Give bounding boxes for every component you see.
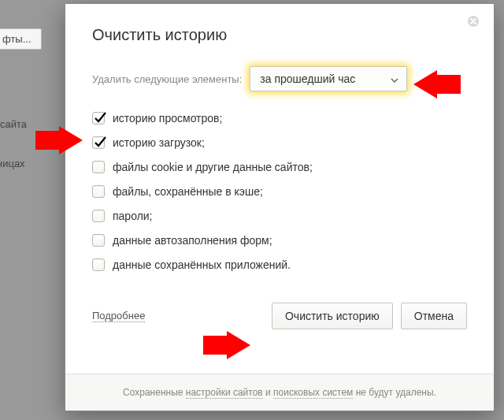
footer-text: Сохраненные [123,387,186,398]
checkbox-row[interactable]: пароли; [92,210,467,222]
footer-link-search-engines[interactable]: поисковых систем [273,387,353,399]
footer-text: не будут удалены. [353,387,436,398]
bg-text: ницах [0,158,25,169]
checkbox-list: историю просмотров;историю загрузок;файл… [92,112,467,271]
checkbox-label: историю просмотров; [113,112,222,125]
checkbox-row[interactable]: файлы cookie и другие данные сайтов; [92,161,467,173]
checkbox-row[interactable]: историю загрузок; [92,136,467,149]
checkbox[interactable] [92,258,105,271]
more-link[interactable]: Подробнее [92,310,145,322]
cancel-button[interactable]: Отмена [401,303,467,329]
time-range-label: Удалить следующие элементы: [92,73,242,85]
checkbox-row[interactable]: файлы, сохранённые в кэше; [92,185,467,198]
checkbox[interactable] [92,112,105,125]
checkbox-label: файлы, сохранённые в кэше; [113,185,263,198]
time-range-value: за прошедший час [260,72,355,85]
footer-text: и [263,387,273,398]
dialog-actions: Подробнее Очистить историю Отмена [92,303,467,329]
checkbox-label: данные сохранённых приложений. [113,258,291,271]
checkbox[interactable] [92,136,105,149]
checkbox-row[interactable]: историю просмотров; [92,112,467,125]
bg-text: сайта [0,118,27,130]
checkbox-row[interactable]: данные сохранённых приложений. [92,258,467,271]
checkbox-row[interactable]: данные автозаполнения форм; [92,234,467,247]
time-range-select[interactable]: за прошедший час [250,66,407,91]
clear-history-dialog: Очистить историю Удалить следующие элеме… [65,3,495,411]
checkbox[interactable] [92,234,105,247]
dialog-footer: Сохраненные настройки сайтов и поисковых… [65,374,494,411]
dialog-title: Очистить историю [92,26,467,44]
clear-button[interactable]: Очистить историю [272,303,393,329]
checkbox[interactable] [92,210,105,222]
checkbox-label: пароли; [113,210,153,222]
checkbox-label: историю загрузок; [113,136,205,149]
checkbox[interactable] [92,161,105,173]
bg-button: фты... [0,28,42,50]
checkbox-label: файлы cookie и другие данные сайтов; [113,161,313,173]
chevron-down-icon [391,72,398,85]
time-range-row: Удалить следующие элементы: за прошедший… [92,66,467,91]
checkbox[interactable] [92,185,105,198]
checkbox-label: данные автозаполнения форм; [113,234,272,247]
close-icon[interactable] [467,15,480,28]
footer-link-site-settings[interactable]: настройки сайтов [186,387,263,399]
